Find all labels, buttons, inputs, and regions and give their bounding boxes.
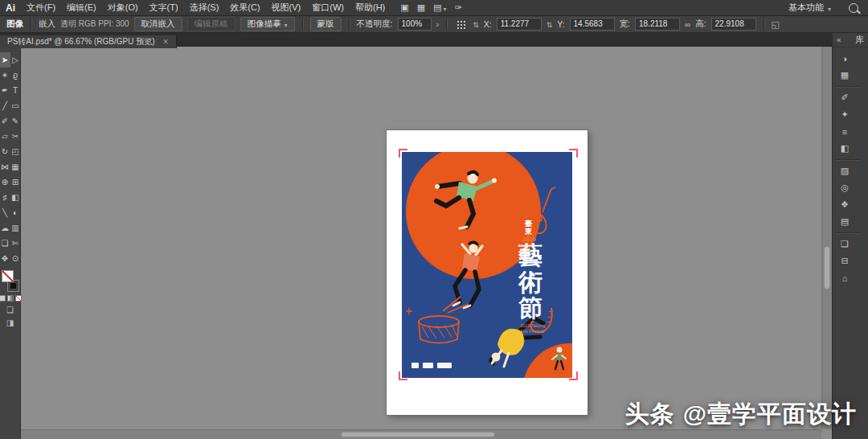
illustrator-app: Ai 文件(F) 编辑(E) 对象(O) 文字(T) 选择(S) 效果(C) 视… — [0, 0, 868, 439]
rectangle-tool[interactable]: ▭ — [10, 98, 21, 113]
vertical-scrollbar[interactable] — [821, 47, 832, 429]
reference-point-icon[interactable] — [457, 20, 465, 29]
width-input[interactable]: 18.2118 — [635, 18, 680, 31]
slice-tool[interactable]: ✄ — [10, 236, 21, 251]
layers-panel-icon[interactable]: ▤ — [835, 213, 854, 230]
constrain-proportions-icon[interactable] — [685, 19, 690, 29]
draw-mode-button[interactable] — [6, 306, 14, 314]
hand-tool[interactable]: ✥ — [0, 251, 10, 266]
horizontal-scrollbar-thumb[interactable] — [341, 432, 495, 437]
divider — [446, 18, 447, 30]
width-tool[interactable]: ⋈ — [0, 159, 10, 174]
gradient-fill-button[interactable] — [7, 295, 14, 302]
paintbrush-tool[interactable]: ✐ — [0, 113, 10, 129]
color-panel-icon[interactable]: ◑ — [835, 50, 854, 67]
document-tab[interactable]: PS转AI.psd* @ 66.67% (RGB/GPU 预览) × — [0, 35, 177, 48]
screen-mode-button[interactable] — [6, 318, 14, 327]
poster-artwork: 臺東 2016 藝 術 節 2016 Taitung Arts Festival — [402, 152, 572, 378]
pencil-tool[interactable]: ✎ — [10, 113, 21, 129]
height-input[interactable]: 22.9108 — [711, 18, 756, 31]
arrange-documents-icon[interactable]: ▦ — [417, 2, 425, 13]
free-transform-tool[interactable]: ▦ — [10, 159, 21, 174]
selection-tool[interactable]: ➤ — [0, 52, 10, 68]
menu-view[interactable]: 视图(V) — [266, 2, 307, 14]
fill-stroke-indicator[interactable] — [1, 270, 20, 292]
libraries-tab[interactable]: 库 — [855, 34, 864, 46]
menu-file[interactable]: 文件(F) — [21, 2, 61, 14]
menu-object[interactable]: 对象(O) — [102, 2, 144, 14]
appearance-panel-icon[interactable]: ◎ — [835, 179, 854, 196]
blend-tool[interactable]: ◐ — [10, 205, 21, 220]
color-fill-button[interactable] — [0, 295, 6, 302]
menu-select[interactable]: 选择(S) — [184, 2, 225, 14]
opacity-input[interactable]: 100% — [398, 18, 432, 31]
menu-window[interactable]: 窗口(W) — [306, 2, 350, 14]
divider — [835, 86, 861, 87]
poster-illustration — [402, 152, 572, 378]
menu-type[interactable]: 文字(T) — [144, 2, 184, 14]
poster-subtitle-en: 2016 Taitung Arts Festival — [520, 323, 545, 334]
perspective-grid-tool[interactable]: ⊞ — [10, 174, 21, 190]
scissors-tool[interactable]: ✂ — [10, 129, 21, 144]
mesh-tool[interactable]: ♯ — [0, 190, 10, 205]
eyedropper-tool[interactable]: ╲ — [0, 205, 10, 220]
poster-subtitle-line-1: 2016 Taitung — [520, 323, 545, 329]
image-trace-button[interactable]: 图像描摹 — [240, 17, 295, 31]
menu-help[interactable]: 帮助(H) — [350, 2, 391, 14]
share-document-icon[interactable]: ✑ — [455, 2, 462, 13]
type-tool[interactable]: T — [10, 83, 21, 98]
poster-sponsor-logos — [411, 363, 452, 368]
artboard-tool[interactable]: ❏ — [0, 236, 10, 251]
menu-edit[interactable]: 编辑(E) — [61, 2, 102, 14]
expand-icon[interactable] — [436, 19, 440, 29]
document-tab-bar: PS转AI.psd* @ 66.67% (RGB/GPU 预览) × — [0, 33, 832, 47]
document-layout-icon[interactable]: ▤ — [433, 2, 446, 13]
artboards-panel-icon[interactable]: ❏ — [835, 236, 854, 252]
expand-panels-icon[interactable]: « — [837, 35, 841, 44]
direct-selection-tool[interactable]: ▷ — [10, 52, 21, 68]
gradient-tool[interactable]: ◧ — [10, 190, 21, 205]
x-stepper-icon[interactable] — [473, 19, 479, 29]
embed-status-label: 嵌入 — [39, 18, 55, 30]
align-panel-icon[interactable]: ⊟ — [835, 252, 854, 269]
eraser-tool[interactable]: ▱ — [0, 129, 10, 144]
close-icon[interactable]: × — [163, 37, 169, 47]
menu-effect[interactable]: 效果(C) — [224, 2, 265, 14]
transparency-panel-icon[interactable]: ▨ — [835, 162, 854, 179]
lasso-tool[interactable]: ϱ — [10, 68, 21, 83]
search-icon[interactable] — [849, 3, 858, 13]
shape-builder-tool[interactable]: ⊕ — [0, 174, 10, 190]
line-segment-tool[interactable]: ╱ — [0, 98, 10, 113]
chevron-down-icon — [828, 3, 831, 13]
pen-tool[interactable]: ✒ — [0, 83, 10, 98]
graphic-styles-panel-icon[interactable]: ❖ — [835, 196, 854, 213]
libraries-panel-icon[interactable]: ⌂ — [835, 269, 854, 286]
canvas[interactable]: 臺東 2016 藝 術 節 2016 Taitung Arts Festival — [21, 47, 821, 429]
mask-button[interactable]: 蒙版 — [310, 17, 342, 31]
swatches-panel-icon[interactable]: ▦ — [835, 67, 854, 84]
magic-wand-tool[interactable]: ✶ — [0, 68, 10, 83]
transform-icon[interactable] — [772, 19, 780, 30]
dock-icon-column: ◑ ▦ ✐ ✦ ≡ ◧ ▨ ◎ ❖ ▤ ❏ ⊟ ⌂ — [833, 47, 868, 286]
fill-swatch-none[interactable] — [2, 270, 14, 282]
y-input[interactable]: 14.5683 — [570, 18, 615, 31]
gpu-performance-icon[interactable]: ▣ — [400, 2, 408, 13]
rotate-tool[interactable]: ↻ — [0, 144, 10, 159]
stroke-panel-icon[interactable]: ≡ — [835, 123, 854, 140]
unembed-button[interactable]: 取消嵌入 — [134, 17, 182, 31]
brushes-panel-icon[interactable]: ✐ — [835, 89, 854, 106]
vertical-scrollbar-thumb[interactable] — [824, 246, 830, 289]
divider — [835, 159, 861, 160]
none-fill-button[interactable] — [15, 295, 22, 302]
gradient-panel-icon[interactable]: ◧ — [835, 140, 854, 157]
y-stepper-icon[interactable] — [547, 19, 553, 29]
symbol-sprayer-tool[interactable]: ☁ — [0, 220, 10, 236]
x-input[interactable]: 11.2277 — [497, 18, 542, 31]
workspace-switcher[interactable]: 基本功能 — [784, 1, 836, 14]
zoom-tool[interactable]: ⊙ — [10, 251, 21, 266]
column-graph-tool[interactable]: ▥ — [10, 220, 21, 236]
edit-original-button[interactable]: 编辑原稿 — [187, 17, 235, 31]
workspace-label: 基本功能 — [788, 2, 824, 14]
scale-tool[interactable]: ◰ — [10, 144, 21, 159]
symbols-panel-icon[interactable]: ✦ — [835, 106, 854, 123]
